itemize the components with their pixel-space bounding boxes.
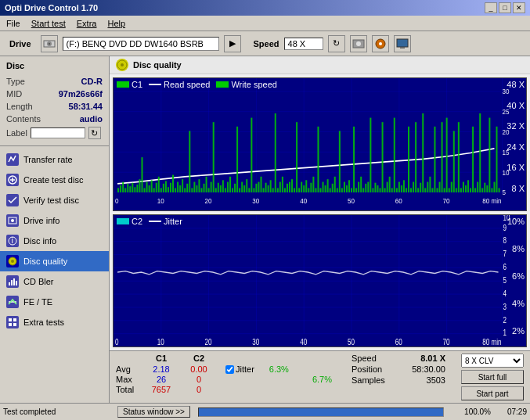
label-refresh-button[interactable]: ↻ xyxy=(88,127,101,139)
maximize-button[interactable]: □ xyxy=(499,2,511,13)
window-controls: _ □ ✕ xyxy=(485,2,525,13)
svg-rect-188 xyxy=(460,188,462,192)
svg-rect-99 xyxy=(248,188,250,192)
start-full-button[interactable]: Start full xyxy=(461,370,524,384)
svg-rect-88 xyxy=(222,180,224,192)
svg-rect-67 xyxy=(172,175,174,192)
svg-rect-83 xyxy=(211,182,212,192)
chart2-c2-legend: C2 xyxy=(117,217,142,226)
svg-rect-46 xyxy=(122,182,124,192)
svg-rect-150 xyxy=(370,118,371,192)
sidebar-item-cd-bler[interactable]: CD Bler xyxy=(0,271,109,292)
c2-legend-label: C2 xyxy=(132,217,142,226)
svg-rect-199 xyxy=(486,185,488,192)
svg-rect-70 xyxy=(179,185,181,192)
status-window-button[interactable]: Status window >> xyxy=(117,406,190,418)
refresh-icon[interactable]: ↻ xyxy=(328,35,345,52)
svg-rect-68 xyxy=(175,188,176,192)
close-button[interactable]: ✕ xyxy=(513,2,525,13)
chart2: 0 10 20 30 40 50 60 70 80 min 1 2 3 4 5 … xyxy=(113,214,527,348)
length-value: 58:31.44 xyxy=(69,100,103,113)
create-test-label: Create test disc xyxy=(23,175,83,185)
svg-rect-119 xyxy=(296,122,297,192)
position-label: Position xyxy=(352,364,382,374)
disc-info-icon: i xyxy=(6,235,19,247)
menu-extra[interactable]: Extra xyxy=(74,18,100,29)
svg-rect-149 xyxy=(367,182,369,192)
svg-rect-204 xyxy=(499,188,500,192)
svg-rect-126 xyxy=(312,177,314,192)
stats-table: C1 C2 Avg 2.18 0.00 Jitter 6.3% Max 26 xyxy=(116,354,332,394)
sidebar-item-fe-te[interactable]: FE / TE xyxy=(0,292,109,312)
title-bar: Opti Drive Control 1.70 _ □ ✕ xyxy=(0,0,530,16)
svg-rect-181 xyxy=(444,188,445,192)
sidebar-item-create-test[interactable]: Create test disc xyxy=(0,170,109,190)
sidebar: Disc Type CD-R MID 97m26s66f Length 58:3… xyxy=(0,56,110,403)
status-time: 07:29 xyxy=(496,407,527,416)
monitor-icon[interactable] xyxy=(394,35,411,52)
svg-rect-168 xyxy=(413,182,414,192)
svg-rect-147 xyxy=(362,188,364,192)
header-c2: C2 xyxy=(182,354,216,363)
speed-select-action[interactable]: 8 X CLV xyxy=(461,354,524,368)
svg-rect-65 xyxy=(168,187,169,192)
read-speed-legend-color xyxy=(149,84,161,85)
svg-rect-60 xyxy=(156,183,157,192)
svg-text:30: 30 xyxy=(252,196,259,205)
drive-select[interactable]: (F:) BENQ DVD DD DW1640 BSRB xyxy=(63,37,219,51)
svg-rect-135 xyxy=(334,177,336,192)
svg-text:30: 30 xyxy=(252,336,259,346)
start-part-button[interactable]: Start part xyxy=(461,386,524,400)
menu-start-test[interactable]: Start test xyxy=(28,18,69,29)
svg-rect-157 xyxy=(387,182,388,192)
sidebar-item-extra-tests[interactable]: Extra tests xyxy=(0,312,109,332)
menu-help[interactable]: Help xyxy=(104,18,128,29)
svg-rect-72 xyxy=(184,188,186,192)
svg-text:50: 50 xyxy=(348,336,355,346)
sidebar-item-transfer-rate[interactable]: Transfer rate xyxy=(0,149,109,170)
svg-text:60: 60 xyxy=(395,196,402,205)
svg-rect-182 xyxy=(446,118,448,192)
arrow-icon[interactable]: ▶ xyxy=(224,35,241,52)
svg-rect-148 xyxy=(365,184,366,192)
svg-text:i: i xyxy=(12,235,13,245)
svg-rect-48 xyxy=(127,184,128,192)
content-area: Disc quality xyxy=(110,56,530,403)
svg-rect-176 xyxy=(431,188,433,192)
menu-file[interactable]: File xyxy=(3,18,23,29)
disc-burn-icon[interactable] xyxy=(372,35,389,52)
disc-image-icon[interactable] xyxy=(350,35,367,52)
svg-rect-8 xyxy=(400,47,405,48)
svg-rect-66 xyxy=(170,183,171,192)
svg-text:50: 50 xyxy=(348,196,355,205)
svg-point-13 xyxy=(11,219,14,222)
transfer-rate-label: Transfer rate xyxy=(23,155,73,164)
svg-rect-202 xyxy=(493,182,495,192)
position-val: 58:30.00 xyxy=(412,364,445,374)
svg-text:10: 10 xyxy=(157,336,164,346)
length-label: Length xyxy=(6,100,33,113)
drive-info-icon xyxy=(6,214,19,227)
svg-rect-169 xyxy=(415,122,416,192)
svg-rect-120 xyxy=(298,188,300,192)
svg-point-4 xyxy=(356,41,361,46)
svg-rect-160 xyxy=(394,118,395,192)
sidebar-item-verify-test[interactable]: Verify test disc xyxy=(0,190,109,210)
label-input[interactable] xyxy=(31,127,85,138)
contents-value: audio xyxy=(80,113,103,125)
speed-select[interactable]: 48 X xyxy=(284,38,323,50)
svg-rect-109 xyxy=(272,188,274,192)
chart1-legend: C1 Read speed Write speed xyxy=(117,80,277,89)
cd-bler-icon xyxy=(6,275,19,288)
sidebar-item-drive-info[interactable]: Drive info xyxy=(0,210,109,231)
chart1-y-40x: 40 X xyxy=(504,101,525,110)
sidebar-item-disc-info[interactable]: i Disc info xyxy=(0,231,109,251)
minimize-button[interactable]: _ xyxy=(485,2,497,13)
avg-c1: 2.18 xyxy=(144,364,178,374)
svg-rect-130 xyxy=(323,182,324,192)
progress-bar-container xyxy=(198,407,444,417)
sidebar-item-disc-quality[interactable]: Disc quality xyxy=(0,251,109,271)
svg-rect-144 xyxy=(355,188,357,192)
jitter-checkbox[interactable] xyxy=(225,365,234,374)
svg-rect-20 xyxy=(13,278,15,285)
